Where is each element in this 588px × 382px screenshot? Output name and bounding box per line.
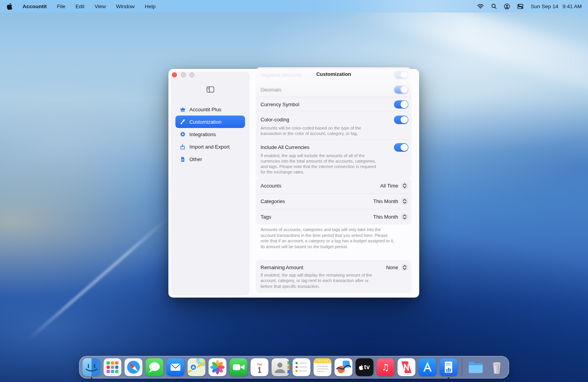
remaining-amount-label: Remaining Amount: [261, 265, 303, 270]
sidebar-item-label: Import and Export: [189, 144, 229, 150]
accounts-period-value: All Time: [380, 183, 398, 189]
apple-menu-icon[interactable]: [7, 3, 12, 10]
menu-item-edit[interactable]: Edit: [75, 4, 84, 9]
dock-icon-maps[interactable]: [187, 358, 205, 376]
period-group: Accounts All Time Categories This Month: [256, 178, 411, 224]
categories-row: Categories This Month: [256, 194, 411, 209]
dock-icon-finder[interactable]: [82, 358, 100, 376]
include-all-currencies-description: If enabled, the app will include the amo…: [261, 153, 378, 175]
menu-app-name[interactable]: Accountit: [23, 4, 47, 9]
dock-icon-music[interactable]: ♫: [376, 358, 394, 376]
dock-divider: [462, 358, 462, 376]
dock-icon-trash[interactable]: [488, 358, 506, 376]
tags-label: Tags: [261, 214, 271, 220]
remaining-amount-group: Remaining Amount None If enabled, the ap…: [256, 260, 411, 293]
dock-icon-accountit[interactable]: [439, 358, 457, 376]
remaining-amount-value: None: [386, 265, 398, 270]
color-coding-description: Amounts will be color-coded based on the…: [261, 125, 370, 137]
include-all-currencies-label: Include All Currencies: [261, 144, 310, 150]
menu-bar-left: Accountit File Edit View Window Help: [0, 3, 156, 10]
sidebar-list: Accountit Plus Customization Integration…: [175, 103, 245, 165]
window-title: Customization: [256, 71, 411, 77]
sidebar-item-customization[interactable]: Customization: [175, 116, 245, 128]
running-indicator: [448, 377, 449, 379]
remaining-amount-popup[interactable]: None: [386, 264, 408, 271]
dock-icon-freeform[interactable]: [334, 358, 352, 376]
categories-label: Categories: [261, 198, 285, 204]
menu-bar: Accountit File Edit View Window Help: [0, 0, 588, 12]
chevron-up-down-icon: [401, 213, 408, 221]
remaining-amount-description: If enabled, the app will display the rem…: [261, 272, 374, 289]
dock-icon-calendar[interactable]: Tue 1: [250, 358, 268, 376]
dock: Tue 1 tv ♫: [79, 356, 509, 378]
close-button[interactable]: [172, 72, 177, 77]
menu-item-file[interactable]: File: [57, 4, 65, 9]
dock-icon-reminders[interactable]: [292, 358, 310, 376]
document-icon: [179, 156, 186, 163]
chevron-up-down-icon: [401, 198, 408, 205]
color-coding-toggle[interactable]: [394, 116, 408, 124]
currency-symbol-row: Currency Symbol: [256, 97, 411, 112]
categories-period-popup[interactable]: This Month: [373, 198, 408, 205]
color-coding-label: Color-coding: [261, 117, 289, 123]
window-controls: [172, 72, 194, 77]
menu-bar-status: Sun Sep 14 9:41 AM: [477, 4, 588, 9]
sidebar-item-label: Integrations: [189, 131, 216, 137]
dock-icon-news[interactable]: [397, 358, 415, 376]
decimals-row: Decimals: [256, 82, 411, 97]
dock-icon-app-store[interactable]: [418, 358, 436, 376]
dock-icon-messages[interactable]: [145, 358, 163, 376]
currency-symbol-toggle[interactable]: [394, 100, 408, 109]
decimals-label: Decimals: [261, 87, 281, 93]
tags-period-value: This Month: [373, 214, 398, 220]
categories-period-value: This Month: [373, 198, 398, 204]
accounts-row: Accounts All Time: [256, 178, 411, 193]
user-account-icon[interactable]: [504, 4, 510, 9]
dock-icon-launchpad[interactable]: [103, 358, 121, 376]
tags-period-popup[interactable]: This Month: [373, 213, 408, 221]
dock-icon-safari[interactable]: [124, 358, 142, 376]
sidebar-item-other[interactable]: Other: [175, 153, 245, 165]
dock-icon-contacts[interactable]: [271, 358, 289, 376]
dock-icon-facetime[interactable]: [229, 358, 247, 376]
wifi-icon[interactable]: [477, 4, 484, 9]
include-all-currencies-row: Include All Currencies If enabled, the a…: [256, 140, 411, 178]
accounts-period-popup[interactable]: All Time: [380, 182, 408, 189]
minimize-button[interactable]: [181, 72, 186, 77]
sidebar-item-label: Accountit Plus: [189, 107, 221, 112]
crown-icon: [179, 106, 186, 113]
decimals-toggle[interactable]: [394, 86, 408, 94]
paintbrush-icon: [179, 119, 186, 125]
tv-label: tv: [364, 364, 370, 371]
dock-icon-tv[interactable]: tv: [355, 358, 373, 376]
dock-icon-mail[interactable]: [166, 358, 184, 376]
chevron-up-down-icon: [401, 182, 408, 189]
music-note-glyph: ♫: [382, 363, 390, 372]
menu-time: 9:41 AM: [562, 4, 582, 9]
control-center-icon[interactable]: [517, 4, 523, 9]
settings-content: Negative Amounts Decimals Currency Symbo…: [256, 69, 411, 298]
include-all-currencies-toggle[interactable]: [394, 143, 408, 152]
sidebar-item-label: Customization: [189, 119, 221, 125]
menu-clock[interactable]: Sun Sep 14 9:41 AM: [531, 4, 582, 9]
dock-icon-photos[interactable]: [208, 358, 226, 376]
sidebar-toggle-icon[interactable]: [206, 86, 214, 94]
dock-icon-downloads-folder[interactable]: [467, 358, 485, 376]
period-footnote: Amounts of accounts, categories and tags…: [261, 227, 396, 249]
currency-symbol-label: Currency Symbol: [261, 102, 299, 107]
sidebar-item-accountit-plus[interactable]: Accountit Plus: [175, 103, 245, 116]
dock-icon-notes[interactable]: [313, 358, 331, 376]
desktop: Accountit File Edit View Window Help: [0, 0, 588, 382]
menu-item-window[interactable]: Window: [116, 4, 135, 9]
sidebar-item-integrations[interactable]: Integrations: [175, 128, 245, 140]
sidebar-item-label: Other: [189, 156, 202, 162]
sidebar-item-import-export[interactable]: Import and Export: [175, 140, 245, 153]
menu-item-help[interactable]: Help: [145, 4, 156, 9]
menu-item-view[interactable]: View: [94, 4, 106, 9]
wallpaper-thin-streak: [26, 217, 168, 342]
spotlight-search-icon[interactable]: [491, 4, 497, 9]
color-coding-row: Color-coding Amounts will be color-coded…: [256, 112, 411, 139]
zoom-button[interactable]: [189, 72, 194, 77]
menu-date: Sun Sep 14: [531, 4, 558, 9]
running-indicator: [91, 377, 92, 379]
